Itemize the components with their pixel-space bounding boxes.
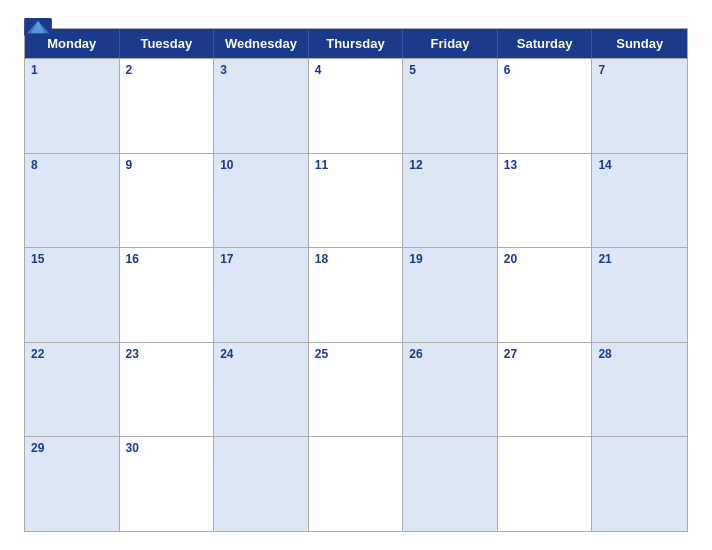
week-row-4: 22232425262728 [25,342,687,437]
cal-cell: 4 [309,59,404,153]
cal-cell: 24 [214,343,309,437]
day-number: 15 [31,252,113,266]
header-day-saturday: Saturday [498,29,593,58]
day-number: 21 [598,252,681,266]
cal-cell: 23 [120,343,215,437]
day-number: 29 [31,441,113,455]
day-number: 22 [31,347,113,361]
day-number: 17 [220,252,302,266]
day-number: 19 [409,252,491,266]
week-row-5: 2930 [25,436,687,531]
cal-cell: 25 [309,343,404,437]
cal-cell: 8 [25,154,120,248]
cal-cell: 28 [592,343,687,437]
day-number: 20 [504,252,586,266]
cal-cell: 3 [214,59,309,153]
day-number: 9 [126,158,208,172]
header-day-friday: Friday [403,29,498,58]
day-number: 3 [220,63,302,77]
cal-cell: 7 [592,59,687,153]
day-number: 12 [409,158,491,172]
day-number: 18 [315,252,397,266]
cal-cell: 10 [214,154,309,248]
logo [24,18,52,37]
day-number: 27 [504,347,586,361]
cal-cell: 14 [592,154,687,248]
day-number: 16 [126,252,208,266]
cal-cell: 6 [498,59,593,153]
logo-icon [24,18,52,36]
cal-cell: 11 [309,154,404,248]
cal-cell: 18 [309,248,404,342]
day-number: 26 [409,347,491,361]
cal-cell: 9 [120,154,215,248]
cal-cell: 29 [25,437,120,531]
cal-cell: 19 [403,248,498,342]
day-number: 25 [315,347,397,361]
cal-cell: 22 [25,343,120,437]
day-number: 11 [315,158,397,172]
calendar-body: 1234567891011121314151617181920212223242… [25,58,687,531]
cal-cell: 16 [120,248,215,342]
week-row-1: 1234567 [25,58,687,153]
header-day-tuesday: Tuesday [120,29,215,58]
cal-cell [214,437,309,531]
day-number: 1 [31,63,113,77]
cal-cell: 27 [498,343,593,437]
day-number: 2 [126,63,208,77]
calendar-grid: MondayTuesdayWednesdayThursdayFridaySatu… [24,28,688,532]
cal-cell [403,437,498,531]
header-day-thursday: Thursday [309,29,404,58]
cal-cell [592,437,687,531]
header-day-sunday: Sunday [592,29,687,58]
cal-cell [309,437,404,531]
day-number: 8 [31,158,113,172]
day-number: 6 [504,63,586,77]
cal-cell: 17 [214,248,309,342]
day-number: 5 [409,63,491,77]
day-number: 28 [598,347,681,361]
day-number: 7 [598,63,681,77]
cal-cell [498,437,593,531]
cal-cell: 12 [403,154,498,248]
cal-cell: 26 [403,343,498,437]
cal-cell: 30 [120,437,215,531]
calendar-header-row: MondayTuesdayWednesdayThursdayFridaySatu… [25,29,687,58]
cal-cell: 15 [25,248,120,342]
cal-cell: 21 [592,248,687,342]
day-number: 24 [220,347,302,361]
day-number: 10 [220,158,302,172]
cal-cell: 20 [498,248,593,342]
header-day-wednesday: Wednesday [214,29,309,58]
cal-cell: 13 [498,154,593,248]
cal-cell: 5 [403,59,498,153]
calendar-page: MondayTuesdayWednesdayThursdayFridaySatu… [0,0,712,550]
day-number: 30 [126,441,208,455]
day-number: 13 [504,158,586,172]
cal-cell: 2 [120,59,215,153]
day-number: 23 [126,347,208,361]
week-row-3: 15161718192021 [25,247,687,342]
day-number: 4 [315,63,397,77]
week-row-2: 891011121314 [25,153,687,248]
cal-cell: 1 [25,59,120,153]
day-number: 14 [598,158,681,172]
